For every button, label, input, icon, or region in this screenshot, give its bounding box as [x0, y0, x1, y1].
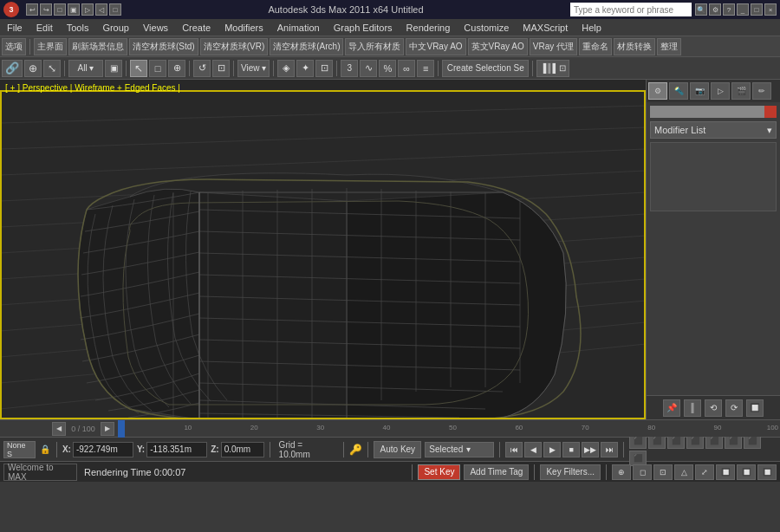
search-input[interactable] [570, 3, 692, 16]
main-scene-btn[interactable]: 主界面 [34, 38, 67, 55]
clear-mat-std-btn[interactable]: 清空材质球(Std) [129, 38, 198, 55]
search-btn[interactable]: 🔍 [695, 3, 707, 16]
menu-file[interactable]: File [3, 23, 26, 33]
add-time-tag-btn[interactable]: Add Time Tag [464, 464, 529, 480]
timeline-playhead[interactable] [118, 420, 125, 438]
view-ctrl7[interactable]: 🔲 [737, 464, 756, 480]
undo-btn[interactable]: ↩ [26, 3, 38, 16]
menu-customize[interactable]: Customize [460, 23, 512, 33]
menu-graph-editors[interactable]: Graph Editors [330, 23, 396, 33]
num3-btn[interactable]: 3 [341, 60, 358, 77]
menu-help[interactable]: Help [578, 23, 605, 33]
timeline-prev-btn[interactable]: ◀ [52, 422, 66, 436]
skip-end-btn[interactable]: ⏭ [601, 442, 618, 457]
cn-vray-ao-btn[interactable]: 中文VRay AO [406, 38, 465, 55]
menu-animation[interactable]: Animation [274, 23, 323, 33]
param-btn[interactable]: ∞ [398, 60, 415, 77]
tb-btn2[interactable]: ▣ [68, 3, 80, 16]
view-dropdown[interactable]: View ▾ [237, 60, 270, 77]
stop-btn[interactable]: ■ [562, 442, 580, 457]
option-btn[interactable]: 选项 [2, 38, 26, 55]
view-ctrl8[interactable]: 🔲 [757, 464, 777, 480]
modifier-stack[interactable] [650, 142, 777, 211]
play-btn[interactable]: ▶ [543, 442, 561, 457]
select-tool[interactable]: ↖ [130, 60, 147, 77]
view-ctrl1[interactable]: ⊕ [612, 464, 631, 480]
anim-btns[interactable]: ▐║▌⊡ [536, 60, 569, 77]
tb-btn5[interactable]: □ [109, 3, 121, 16]
minimize-btn[interactable]: _ [737, 3, 749, 16]
vray-proxy-btn[interactable]: VRay 代理 [530, 38, 577, 55]
set-key-btn[interactable]: Set Key [418, 464, 460, 480]
rp-tab-modify[interactable]: 🔦 [669, 82, 688, 100]
view-ctrl3[interactable]: ⊡ [653, 464, 673, 480]
none-s-btn[interactable]: None S [3, 441, 36, 458]
select-region-tool[interactable]: □ [149, 60, 166, 77]
prev-frame-btn[interactable]: ◀ [524, 442, 542, 457]
menu-tools[interactable]: Tools [63, 23, 93, 33]
rp-tab-create[interactable]: ⚙ [648, 82, 667, 100]
rp-pause-btn[interactable]: ║ [684, 399, 701, 417]
tb-btn4[interactable]: ◁ [95, 3, 107, 16]
clear-mat-arch-btn[interactable]: 清空材质球(Arch) [270, 38, 343, 55]
move-tool[interactable]: ⊕ [168, 60, 185, 77]
key-icon[interactable]: 🔑 [349, 444, 362, 456]
mat-convert-btn[interactable]: 材质转换 [614, 38, 655, 55]
rp-tab-hierarchy[interactable]: 📷 [690, 82, 709, 100]
snap-tool2[interactable]: ⊕ [24, 60, 42, 77]
rp-tab-motion[interactable]: ▷ [711, 82, 730, 100]
key-filters-btn[interactable]: Key Filters... [540, 464, 601, 480]
view-ctrl2[interactable]: ◻ [633, 464, 652, 480]
import-mat-btn[interactable]: 导入所有材质 [345, 38, 404, 55]
layer-btn[interactable]: ≡ [417, 60, 434, 77]
redo-btn[interactable]: ↪ [40, 3, 52, 16]
rp-tab-utilities[interactable]: ✏ [752, 82, 771, 100]
menu-maxscript[interactable]: MAXScript [519, 23, 571, 33]
refresh-scene-btn[interactable]: 刷新场景信息 [68, 38, 127, 55]
rename-btn[interactable]: 重命名 [579, 38, 612, 55]
rp-pin-btn[interactable]: 📌 [663, 399, 680, 417]
mirror-btn[interactable]: ⊡ [315, 60, 333, 77]
y-input[interactable] [146, 442, 207, 457]
settings-btn[interactable]: ⚙ [709, 3, 721, 16]
next-frame-btn[interactable]: ▶▶ [582, 442, 599, 457]
selected-dropdown[interactable]: Selected ▾ [425, 442, 494, 457]
modifier-list-dropdown[interactable]: Modifier List ▾ [650, 121, 777, 139]
rp-undo-stack-btn[interactable]: ⟲ [705, 399, 722, 417]
menu-modifiers[interactable]: Modifiers [221, 23, 267, 33]
tb-btn3[interactable]: ▷ [81, 3, 94, 16]
autokey-btn[interactable]: Auto Key [374, 441, 421, 458]
tb-btn1[interactable]: □ [54, 3, 66, 16]
scale-tool[interactable]: ⊡ [212, 60, 230, 77]
viewport[interactable]: [ + ] Perspective | Wireframe + Edged Fa… [0, 80, 646, 419]
clear-mat-vr-btn[interactable]: 清空材质球(VR) [200, 38, 269, 55]
menu-create[interactable]: Create [179, 23, 214, 33]
snap-tool1[interactable]: 🔗 [2, 60, 23, 77]
lock-icon[interactable]: 🔒 [39, 444, 51, 456]
en-vray-ao-btn[interactable]: 英文VRay AO [468, 38, 528, 55]
filter-dropdown[interactable]: All ▾ [68, 60, 103, 77]
z-input[interactable] [221, 442, 264, 457]
timeline-next-btn[interactable]: ▶ [101, 422, 114, 436]
menu-rendering[interactable]: Rendering [403, 23, 454, 33]
rp-grid-btn[interactable]: 🔲 [746, 399, 764, 417]
curve-btn[interactable]: ∿ [360, 60, 377, 77]
organize-btn[interactable]: 整理 [657, 38, 681, 55]
color-swatch[interactable] [764, 106, 777, 118]
filter-btn[interactable]: ▣ [105, 60, 122, 77]
menu-views[interactable]: Views [140, 23, 172, 33]
maximize-btn[interactable]: □ [751, 3, 763, 16]
view-ctrl6[interactable]: 🔲 [716, 464, 735, 480]
rotate-tool[interactable]: ↺ [193, 60, 211, 77]
x-input[interactable] [73, 442, 133, 457]
menu-group[interactable]: Group [99, 23, 133, 33]
percent-btn[interactable]: % [379, 60, 396, 77]
rp-delete-btn[interactable]: ⟳ [725, 399, 743, 417]
view-ctrl5[interactable]: ⤢ [695, 464, 714, 480]
skip-start-btn[interactable]: ⏮ [505, 442, 523, 457]
link-btn[interactable]: ✦ [296, 60, 314, 77]
rp-tab-display[interactable]: 🎬 [731, 82, 751, 100]
help-btn[interactable]: ? [723, 3, 735, 16]
menu-edit[interactable]: Edit [33, 23, 56, 33]
view-ctrl4[interactable]: △ [674, 464, 693, 480]
